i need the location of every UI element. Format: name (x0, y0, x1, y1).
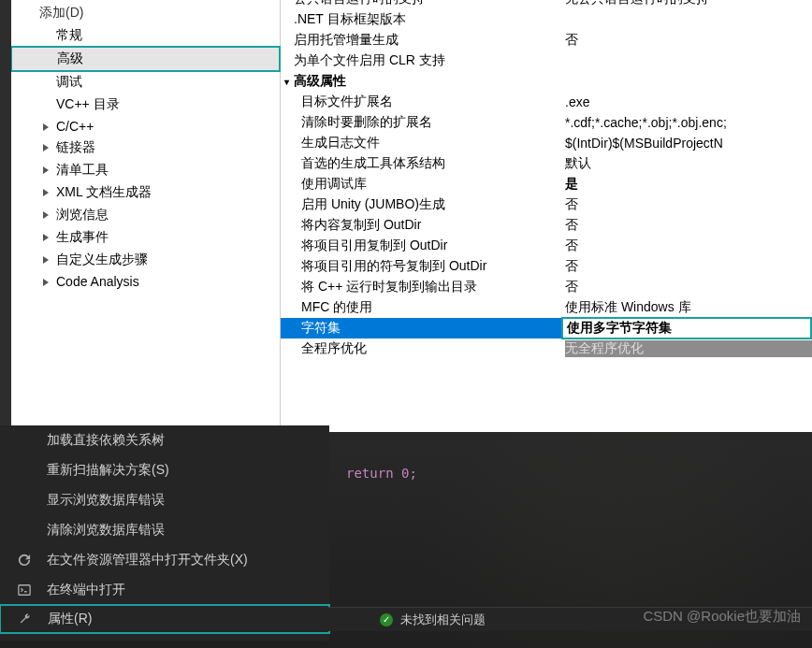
prop-value[interactable]: 默认 (565, 155, 812, 172)
prop-row[interactable]: 目标文件扩展名.exe (281, 92, 812, 112)
check-icon: ✓ (380, 613, 393, 626)
prop-value[interactable]: 无公共语言运行时的支持 (565, 0, 812, 7)
prop-name: 首选的生成工具体系结构 (294, 155, 565, 172)
tree-item-label: 自定义生成步骤 (56, 252, 148, 266)
svg-rect-0 (19, 585, 30, 596)
prop-name: 将内容复制到 OutDir (294, 217, 565, 234)
tree-item-7[interactable]: XML 文档生成器 (11, 181, 280, 204)
tree-item-10[interactable]: 自定义生成步骤 (11, 249, 280, 271)
wrench-icon (18, 612, 33, 626)
prop-row[interactable]: 首选的生成工具体系结构默认 (281, 153, 812, 174)
watermark: CSDN @Rookie也要加油 (643, 608, 801, 626)
tree-item-label: C/C++ (56, 119, 94, 134)
tree-item-label: 清单工具 (56, 162, 109, 177)
prop-row[interactable]: MFC 的使用使用标准 Windows 库 (281, 297, 812, 318)
tree-item-11[interactable]: Code Analysis (11, 271, 280, 292)
prop-row[interactable]: 将内容复制到 OutDir否 (281, 215, 812, 236)
chevron-right-icon (43, 234, 49, 241)
tree-item-1[interactable]: 高级 (10, 46, 281, 72)
ctx-item-label: 属性(R) (48, 611, 92, 627)
prop-value[interactable]: 使用标准 Windows 库 (565, 299, 812, 316)
tree-item-4[interactable]: C/C++ (11, 116, 280, 137)
collapse-icon (281, 76, 292, 87)
prop-value[interactable]: 否 (565, 196, 812, 213)
tree-item-label: Code Analysis (56, 274, 139, 289)
tree-item-root[interactable]: 添加(D) (11, 2, 280, 24)
section-advanced[interactable]: 高级属性 (281, 71, 812, 92)
prop-name: 启用托管增量生成 (294, 32, 565, 49)
prop-name: .NET 目标框架版本 (294, 11, 565, 28)
prop-row[interactable]: 公共语言运行时的支持无公共语言运行时的支持 (281, 0, 812, 9)
ctx-item-label: 显示浏览数据库错误 (47, 492, 165, 509)
prop-name: 公共语言运行时的支持 (294, 0, 565, 7)
prop-name: 字符集 (294, 320, 565, 337)
prop-row[interactable]: 字符集使用多字节字符集 (281, 318, 812, 338)
prop-name: 将项目引用复制到 OutDir (294, 238, 565, 254)
tree-item-label: XML 文档生成器 (56, 184, 152, 199)
tree-item-0[interactable]: 常规 (11, 24, 280, 47)
code-text: eturn 0; (354, 466, 416, 481)
status-text: 未找到相关问题 (400, 612, 486, 628)
prop-name: 启用 Unity (JUMBO)生成 (294, 196, 565, 213)
tree-item-label: VC++ 目录 (56, 96, 120, 111)
tree-item-label: 调试 (56, 74, 82, 89)
tree-item-label: 高级 (57, 50, 83, 65)
tree-item-label: 链接器 (56, 139, 95, 154)
chevron-right-icon (43, 279, 49, 286)
context-menu: 加载直接依赖关系树重新扫描解决方案(S)显示浏览数据库错误清除浏览数据库错误在文… (0, 425, 329, 641)
tree-item-8[interactable]: 浏览信息 (11, 204, 280, 226)
ctx-item-label: 加载直接依赖关系树 (47, 432, 165, 449)
prop-value[interactable]: 否 (565, 217, 812, 234)
tree-item-5[interactable]: 链接器 (11, 137, 280, 159)
prop-value[interactable]: $(IntDir)$(MSBuildProjectN (565, 136, 812, 151)
prop-value[interactable]: 无全程序优化 (565, 340, 812, 357)
ctx-item-1[interactable]: 重新扫描解决方案(S) (0, 455, 329, 485)
ctx-item-0[interactable]: 加载直接依赖关系树 (0, 425, 329, 455)
tree-item-6[interactable]: 清单工具 (11, 159, 280, 181)
section-label: 高级属性 (294, 73, 346, 90)
prop-row[interactable]: 启用托管增量生成否 (281, 30, 812, 50)
prop-row[interactable]: 启用 Unity (JUMBO)生成否 (281, 194, 812, 215)
prop-row[interactable]: 为单个文件启用 CLR 支持 (281, 50, 812, 71)
config-tree: 添加(D) 常规高级调试VC++ 目录C/C++链接器清单工具XML 文档生成器… (11, 0, 281, 432)
ctx-item-label: 在终端中打开 (47, 582, 125, 598)
chevron-right-icon (43, 123, 49, 131)
prop-row[interactable]: 将 C++ 运行时复制到输出目录否 (281, 277, 812, 297)
ctx-item-2[interactable]: 显示浏览数据库错误 (0, 485, 329, 515)
prop-row[interactable]: 全程序优化无全程序优化 (281, 338, 812, 359)
ctx-item-6[interactable]: 属性(R) (0, 604, 330, 634)
chevron-right-icon (43, 166, 49, 174)
tree-item-3[interactable]: VC++ 目录 (11, 94, 280, 116)
prop-name: MFC 的使用 (294, 299, 565, 316)
refresh-icon (17, 553, 32, 568)
ctx-item-label: 清除浏览数据库错误 (47, 522, 165, 539)
prop-value[interactable]: 是 (565, 176, 812, 193)
chevron-right-icon (43, 256, 49, 264)
chevron-right-icon (43, 189, 49, 196)
prop-row[interactable]: .NET 目标框架版本 (281, 9, 812, 30)
prop-row[interactable]: 将项目引用的符号复制到 OutDir否 (281, 256, 812, 277)
prop-name: 全程序优化 (294, 340, 565, 357)
tree-item-9[interactable]: 生成事件 (11, 226, 280, 249)
tree-item-label: 生成事件 (56, 229, 109, 244)
prop-value[interactable]: 否 (565, 238, 812, 254)
prop-value[interactable]: 否 (565, 32, 812, 49)
ctx-item-3[interactable]: 清除浏览数据库错误 (0, 515, 329, 545)
prop-value[interactable]: .exe (565, 94, 812, 109)
prop-value[interactable]: 否 (565, 279, 812, 295)
tree-item-label: 浏览信息 (56, 207, 109, 222)
prop-name: 生成日志文件 (294, 135, 565, 151)
prop-row[interactable]: 清除时要删除的扩展名*.cdf;*.cache;*.obj;*.obj.enc; (281, 112, 812, 133)
ctx-item-4[interactable]: 在文件资源管理器中打开文件夹(X) (0, 545, 329, 575)
tree-item-label: 常规 (56, 27, 82, 42)
ctx-item-5[interactable]: 在终端中打开 (0, 575, 329, 605)
prop-value[interactable]: *.cdf;*.cache;*.obj;*.obj.enc; (565, 115, 812, 130)
terminal-icon (17, 583, 32, 598)
prop-row[interactable]: 使用调试库是 (281, 174, 812, 194)
prop-row[interactable]: 将项目引用复制到 OutDir否 (281, 236, 812, 256)
prop-value[interactable]: 否 (565, 258, 812, 275)
prop-value[interactable]: 使用多字节字符集 (561, 317, 812, 339)
tree-item-2[interactable]: 调试 (11, 71, 280, 94)
prop-row[interactable]: 生成日志文件$(IntDir)$(MSBuildProjectN (281, 133, 812, 153)
property-grid: 公共语言运行时的支持无公共语言运行时的支持.NET 目标框架版本启用托管增量生成… (281, 0, 812, 432)
